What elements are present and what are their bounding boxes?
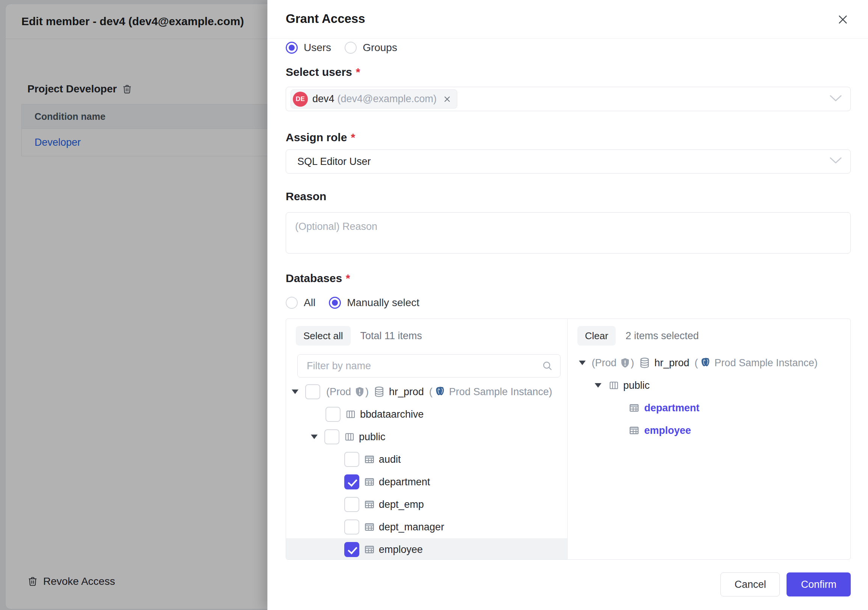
schema-icon — [608, 380, 620, 391]
table-name: employee — [379, 544, 423, 556]
reason-field — [286, 212, 851, 253]
table-name: dept_manager — [379, 522, 444, 533]
drawer-body: Users Groups Select users* DE dev4 (dev4… — [268, 39, 868, 610]
user-tag: DE dev4 (dev4@example.com) — [291, 89, 457, 109]
databases-radio-group: All Manually select — [286, 295, 851, 311]
filter-input[interactable] — [298, 354, 561, 377]
schema-icon — [345, 409, 356, 420]
screen: Edit member - dev4 (dev4@example.com) Pr… — [0, 0, 868, 610]
assign-role-label: Assign role* — [286, 130, 851, 144]
radio-groups-label: Groups — [363, 42, 397, 54]
table-icon — [628, 425, 640, 436]
tree-row-schema[interactable]: bbdataarchive — [286, 403, 567, 425]
user-multiselect[interactable]: DE dev4 (dev4@example.com) — [286, 87, 851, 111]
shield-icon — [620, 357, 631, 368]
database-name: hr_prod — [389, 386, 424, 398]
table-name: audit — [379, 454, 401, 466]
radio-all[interactable]: All — [286, 297, 315, 309]
user-tag-name: dev4 — [312, 93, 335, 105]
cancel-button[interactable]: Cancel — [721, 573, 780, 596]
table-icon — [364, 476, 375, 487]
avatar: DE — [293, 92, 308, 107]
table-icon — [628, 402, 640, 414]
schema-name: public — [623, 380, 650, 391]
role-select[interactable]: SQL Editor User — [286, 149, 851, 174]
clear-button[interactable]: Clear — [577, 326, 616, 346]
table-icon — [364, 454, 375, 465]
chevron-down-icon — [829, 94, 842, 104]
database-transfer: Select all Total 11 items — [286, 318, 851, 560]
tree-row-table[interactable]: department — [568, 397, 850, 419]
caret-down-icon[interactable] — [579, 360, 586, 365]
database-name: hr_prod — [654, 357, 689, 369]
tree-row-database[interactable]: (Prod ) hr_prod ( — [286, 380, 567, 403]
env-badge-close: ) — [365, 386, 369, 398]
database-icon — [639, 357, 651, 369]
radio-unselected-icon — [286, 297, 298, 309]
databases-label-text: Databases — [286, 272, 342, 284]
schema-name: bbdataarchive — [360, 409, 424, 420]
postgres-icon — [700, 357, 711, 368]
selected-table-link[interactable]: department — [644, 402, 699, 414]
radio-manual-label: Manually select — [347, 297, 419, 309]
checkbox-checked[interactable] — [344, 542, 359, 557]
shield-icon — [354, 386, 365, 397]
reason-textarea[interactable] — [286, 213, 850, 253]
checkbox-unchecked[interactable] — [326, 407, 341, 422]
drawer-header: Grant Access — [268, 0, 868, 39]
total-items-label: Total 11 items — [360, 330, 422, 342]
filter-field — [298, 354, 561, 377]
instance-name: Prod Sample Instance) — [715, 357, 818, 369]
tree-row-table-highlighted[interactable]: employee — [286, 538, 567, 559]
tree-row-table[interactable]: department — [286, 471, 567, 493]
close-icon — [837, 14, 849, 26]
checkbox-unchecked[interactable] — [344, 497, 359, 512]
env-badge-text: (Prod — [326, 386, 351, 398]
transfer-source-panel: Select all Total 11 items — [286, 319, 568, 559]
tree-row-schema[interactable]: public — [568, 374, 850, 397]
scope-radio-group: Users Groups — [286, 39, 851, 56]
radio-all-label: All — [304, 297, 315, 309]
required-asterisk: * — [351, 131, 355, 143]
tree-row-table[interactable]: dept_manager — [286, 516, 567, 538]
caret-down-icon[interactable] — [292, 390, 298, 394]
radio-groups[interactable]: Groups — [345, 42, 397, 54]
select-all-button[interactable]: Select all — [296, 326, 351, 346]
checkbox-unchecked[interactable] — [305, 384, 320, 399]
close-button[interactable] — [836, 13, 849, 26]
tree-row-schema[interactable]: public — [286, 425, 567, 448]
drawer-footer: Cancel Confirm — [721, 573, 851, 596]
radio-selected-icon — [329, 297, 341, 309]
checkbox-unchecked[interactable] — [344, 520, 359, 534]
select-users-label-text: Select users — [286, 66, 352, 78]
chevron-down-icon — [829, 156, 842, 168]
assign-role-label-text: Assign role — [286, 131, 347, 143]
caret-down-icon[interactable] — [311, 435, 318, 439]
tree-row-table[interactable]: audit — [286, 448, 567, 471]
radio-manually-select[interactable]: Manually select — [329, 297, 419, 309]
search-icon — [542, 360, 553, 371]
tree-row-table[interactable]: employee — [568, 419, 850, 442]
checkbox-unchecked[interactable] — [344, 452, 359, 467]
database-icon — [373, 386, 385, 398]
tree-row-table[interactable]: dept_emp — [286, 493, 567, 516]
source-panel-header: Select all Total 11 items — [286, 319, 567, 346]
source-tree: (Prod ) hr_prod ( — [286, 380, 567, 559]
table-icon — [364, 522, 375, 532]
tree-row-database[interactable]: (Prod ) hr_prod ( — [568, 352, 850, 374]
table-icon — [364, 499, 375, 510]
checkbox-checked[interactable] — [344, 474, 359, 489]
instance-open-paren: ( — [429, 386, 432, 398]
select-users-label: Select users* — [286, 65, 851, 79]
checkbox-unchecked[interactable] — [324, 429, 339, 444]
required-asterisk: * — [346, 272, 350, 284]
transfer-selected-panel: Clear 2 items selected (Prod ) — [568, 319, 850, 559]
radio-users[interactable]: Users — [286, 42, 331, 54]
remove-tag-button[interactable] — [443, 95, 452, 104]
caret-down-icon[interactable] — [595, 383, 601, 388]
confirm-button[interactable]: Confirm — [787, 573, 851, 596]
selected-table-link[interactable]: employee — [644, 425, 691, 436]
schema-icon — [344, 431, 355, 442]
table-icon — [364, 544, 375, 555]
schema-name: public — [359, 431, 386, 443]
